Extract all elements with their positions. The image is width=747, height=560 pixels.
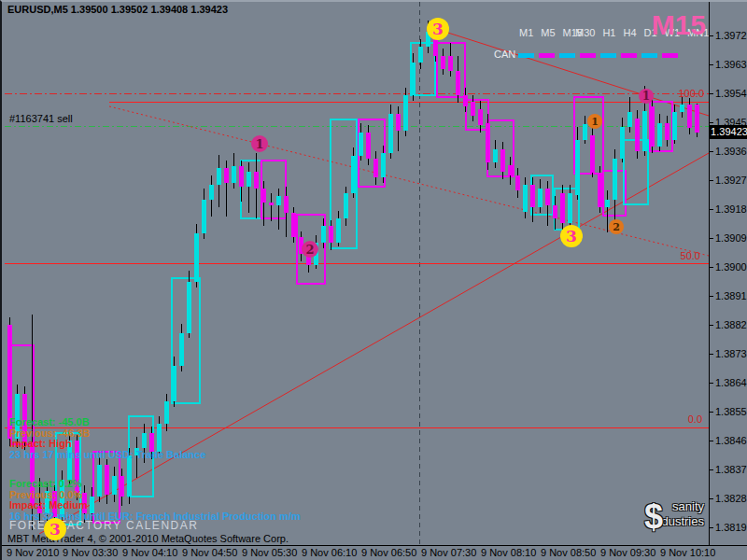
time-axis-label: 9 Nov 04:50 bbox=[182, 547, 237, 558]
time-axis-label: 9 Nov 09:30 bbox=[600, 547, 655, 558]
indicator-box bbox=[466, 100, 488, 130]
candle-body bbox=[232, 166, 236, 183]
news-forecast: Forecast: 0.2% bbox=[9, 479, 301, 490]
candle-body bbox=[217, 168, 221, 185]
indicator-box bbox=[241, 161, 261, 218]
candle-body bbox=[545, 189, 550, 205]
price-axis-label: 1.39725 bbox=[715, 30, 747, 41]
candle-body bbox=[269, 203, 274, 205]
candle-body bbox=[299, 237, 303, 254]
candle-body bbox=[486, 123, 490, 162]
price-axis-label: 1.38915 bbox=[715, 290, 747, 301]
tf-button-m5[interactable]: M5 bbox=[541, 27, 555, 38]
calendar-source-label: FOREX FACTORY CALENDAR bbox=[9, 519, 198, 532]
price-axis-label: 1.38645 bbox=[715, 377, 747, 388]
tf-button-m1[interactable]: M1 bbox=[519, 27, 533, 38]
candle-body bbox=[553, 205, 557, 218]
candle-body bbox=[187, 282, 191, 333]
candle-body bbox=[515, 175, 520, 190]
price-axis-label: 1.38825 bbox=[715, 319, 747, 330]
candle-body bbox=[426, 32, 430, 47]
candle-body bbox=[620, 127, 625, 159]
candle-body bbox=[276, 196, 281, 205]
candle-body bbox=[575, 140, 580, 195]
candle-body bbox=[687, 105, 692, 128]
news-block-eur: Forecast: 0.2% Previous: 0.0% Impact: Me… bbox=[9, 479, 301, 522]
candle-body bbox=[448, 56, 453, 71]
candle-body bbox=[560, 193, 565, 223]
candle-body bbox=[172, 366, 176, 401]
tf-button-h1[interactable]: H1 bbox=[602, 27, 615, 38]
candle-body bbox=[366, 133, 371, 159]
time-axis-label: 9 Nov 08:10 bbox=[481, 547, 536, 558]
time-axis-label: 9 Nov 03:30 bbox=[63, 547, 118, 558]
candle-body bbox=[194, 233, 199, 282]
candle-body bbox=[374, 159, 378, 177]
candle-body bbox=[508, 165, 513, 175]
candle-body bbox=[500, 149, 505, 172]
candle-body bbox=[321, 226, 326, 243]
watermark-logo: $ sanity Industries bbox=[648, 499, 704, 528]
candle-body bbox=[418, 47, 423, 63]
news-impact: Impact: High bbox=[9, 439, 205, 450]
candle-body bbox=[202, 200, 206, 233]
candle-body bbox=[314, 243, 318, 265]
news-forecast: Forecast: -45.0B bbox=[9, 417, 205, 428]
mt4-chart-window: 1.397251.396351.395451.394551.393651.392… bbox=[0, 0, 747, 560]
can-indicator-label: CAN bbox=[494, 49, 515, 60]
current-price-tag: 1.39423 bbox=[710, 125, 747, 139]
candle-body bbox=[381, 153, 386, 177]
price-axis-label: 1.39185 bbox=[715, 203, 747, 215]
candle-body bbox=[695, 105, 699, 133]
descending-dotted-trendline[interactable] bbox=[109, 106, 709, 256]
price-axis-label: 1.38375 bbox=[715, 464, 747, 475]
candle-body bbox=[344, 193, 348, 218]
candle-body bbox=[291, 213, 296, 237]
ascending-trendline[interactable] bbox=[39, 153, 709, 534]
candle-body bbox=[441, 56, 445, 69]
candle-body bbox=[359, 133, 363, 156]
candle-body bbox=[635, 119, 640, 151]
news-impact: Impact: Medium bbox=[9, 500, 301, 511]
candle-body bbox=[538, 189, 543, 207]
fib-label-0: 0.0 bbox=[688, 413, 702, 425]
candle-body bbox=[590, 135, 595, 173]
copyright-text: MBT MetaTrader 4, © 2001-2010 MetaQuotes… bbox=[7, 533, 289, 544]
candle-body bbox=[657, 123, 662, 147]
time-axis-label: 9 Nov 08:50 bbox=[541, 547, 596, 558]
candle-body bbox=[642, 111, 647, 151]
price-axis-label: 1.39095 bbox=[715, 232, 747, 244]
candle-body bbox=[598, 173, 602, 207]
price-axis-label: 1.38465 bbox=[715, 435, 747, 446]
time-axis-label: 9 Nov 05:30 bbox=[242, 547, 297, 558]
candle-body bbox=[247, 172, 251, 187]
price-axis-label: 1.39635 bbox=[715, 59, 747, 70]
symbol-quote-header: EURUSD,M5 1.39500 1.39502 1.39408 1.3942… bbox=[7, 4, 228, 15]
candle-body bbox=[493, 149, 498, 162]
candle-body bbox=[403, 95, 408, 131]
dollar-icon: $ bbox=[644, 497, 663, 537]
candle-body bbox=[336, 218, 341, 243]
tf-button-m30[interactable]: M30 bbox=[575, 27, 595, 38]
candle-body bbox=[388, 114, 393, 153]
news-block-usd: Forecast: -45.0B Previous: -46.3B Impact… bbox=[9, 417, 205, 460]
candle-body bbox=[672, 112, 677, 140]
time-axis-label: 9 Nov 06:10 bbox=[302, 547, 357, 558]
candle-body bbox=[224, 168, 229, 183]
candle-body bbox=[471, 102, 475, 116]
candle-body bbox=[261, 189, 266, 203]
active-timeframe-label: M15 bbox=[652, 9, 706, 41]
candle-body bbox=[254, 172, 259, 189]
chart-canvas[interactable]: 1.397251.396351.395451.394551.393651.392… bbox=[2, 2, 747, 560]
candle-body bbox=[179, 333, 184, 366]
candle-body bbox=[306, 254, 311, 265]
time-axis-label: 9 Nov 2010 bbox=[7, 547, 59, 558]
candle-body bbox=[351, 156, 356, 193]
candle-body bbox=[613, 159, 617, 200]
open-order-label[interactable]: #1163741 sell bbox=[9, 113, 73, 124]
price-axis-label: 1.39275 bbox=[715, 175, 747, 186]
time-axis-label: 9 Nov 06:50 bbox=[361, 547, 416, 558]
candle-body bbox=[523, 185, 528, 212]
tf-button-h4[interactable]: H4 bbox=[623, 27, 636, 38]
candle-body bbox=[568, 193, 572, 223]
